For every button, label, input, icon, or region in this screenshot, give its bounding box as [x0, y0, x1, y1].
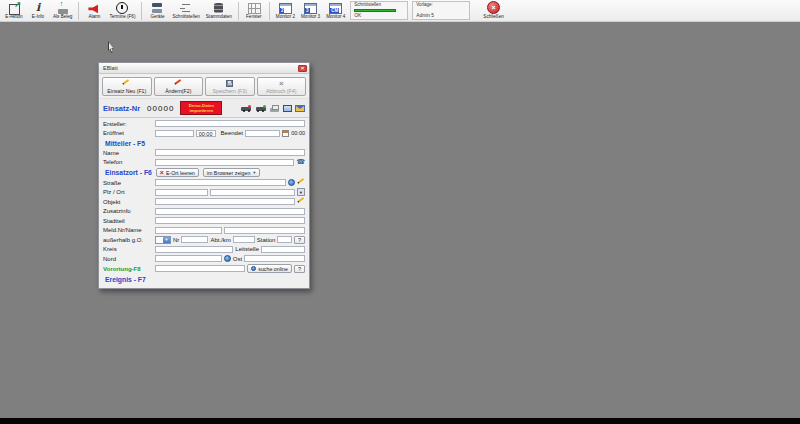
dialog-titlebar[interactable]: EBlatt ×	[99, 63, 309, 74]
edit-pencil-icon[interactable]	[297, 198, 305, 206]
vorlage-panel-value: Admin 5	[416, 13, 466, 18]
pencil-yellow-icon	[123, 80, 131, 87]
eort-leeren-button[interactable]: × E-Ort leeren	[156, 168, 199, 177]
nord-input[interactable]	[155, 255, 222, 262]
meldname-input[interactable]	[224, 227, 305, 234]
dialog-title: EBlatt	[103, 65, 298, 71]
name-input[interactable]	[155, 149, 305, 156]
einsatz-icon-group	[241, 104, 305, 112]
toolbar-button-alarm[interactable]: Alarm	[82, 0, 106, 21]
printer-icon[interactable]	[270, 105, 279, 112]
toolbar-button-als-beleg[interactable]: ↑ Als Beleg	[50, 0, 75, 21]
einsatzort-section: Einsatzort - F6 × E-Ort leeren im Browse…	[101, 167, 307, 178]
nr-input[interactable]	[181, 236, 208, 243]
toolbar-button-termine[interactable]: Termine (F6)	[106, 0, 138, 21]
strasse-label: Straße	[103, 180, 153, 186]
ersteller-label: Ersteller:	[103, 121, 153, 127]
monitor-4-icon: CM	[329, 3, 342, 14]
kreis-label: Kreis	[103, 246, 153, 252]
toolbar-button-fenster[interactable]: Fenster	[242, 0, 266, 21]
browser-zeigen-button[interactable]: im Browser zeigen ▼	[203, 168, 260, 177]
vorortung-row: Vorortung-F8 suche online ?	[101, 264, 307, 274]
toolbar-button-monitor-2[interactable]: 2 Monitor 2	[273, 0, 298, 21]
button-label: Ändern(F2)	[165, 88, 191, 94]
toolbar-button-monitor-4[interactable]: CM Monitor 4	[323, 0, 348, 21]
suche-online-button[interactable]: suche online	[247, 264, 292, 273]
plz-input[interactable]	[155, 189, 208, 196]
name-label: Name	[103, 150, 153, 156]
toolbar-button-monitor-3[interactable]: 3 Monitor 3	[298, 0, 323, 21]
meldnr-input[interactable]	[155, 227, 222, 234]
vorortung-input[interactable]	[155, 265, 245, 272]
mitteiler-section: Mitteiler - F5	[101, 138, 307, 148]
schliessen-button[interactable]: × Schließen	[480, 0, 506, 21]
bottom-black-bar	[0, 418, 800, 424]
vorlage-panel: Vorlage: Admin 5	[412, 1, 470, 20]
calendar-icon[interactable]	[282, 130, 289, 137]
toolbar-button-e-aktion[interactable]: ↗ E-Aktion	[2, 0, 26, 21]
globe-icon[interactable]	[224, 255, 231, 262]
vorlage-panel-title: Vorlage:	[416, 3, 466, 8]
button-label: suche online	[258, 266, 288, 272]
dialog-close-button[interactable]: ×	[298, 65, 307, 72]
kreis-input[interactable]	[155, 246, 233, 253]
telefon-label: Telefon	[103, 159, 153, 165]
toolbar-label: Schließen	[483, 15, 503, 20]
vehicle-alarm-green-icon[interactable]	[256, 104, 267, 112]
einsatz-nr-row: Einsatz-Nr 00000 Demo-Daten importieren	[99, 98, 309, 118]
ausserhalb-combo[interactable]: ▼	[155, 236, 171, 244]
toolbar-label: Stammdaten	[206, 15, 232, 20]
monitor-view-icon[interactable]	[283, 105, 292, 112]
stadtteil-input[interactable]	[155, 217, 305, 224]
help-button[interactable]: ?	[294, 265, 305, 273]
mouse-cursor	[108, 41, 116, 53]
phone-icon[interactable]: ☎	[296, 158, 305, 166]
toolbar-button-schnittstellen[interactable]: Schnittstellen	[169, 0, 202, 21]
toolbar-separator	[238, 2, 239, 20]
button-label: Speichern (F3)	[213, 88, 247, 94]
aendern-button[interactable]: Ändern(F2)	[154, 77, 204, 96]
button-label: im Browser zeigen	[207, 170, 251, 176]
station-input[interactable]	[277, 236, 292, 243]
strasse-input[interactable]	[155, 179, 286, 186]
beendet-input[interactable]	[245, 130, 280, 137]
toolbar-button-geraete[interactable]: Geräte	[145, 0, 169, 21]
telefon-input[interactable]	[155, 159, 294, 166]
chevron-down-icon: ▼	[252, 171, 256, 175]
leitstelle-input[interactable]	[261, 246, 305, 253]
ersteller-input[interactable]	[155, 120, 305, 127]
eroeffnet-time-field[interactable]: 00:00	[196, 130, 216, 137]
help-button[interactable]: ?	[294, 236, 305, 244]
einsatz-neu-button[interactable]: Einsatz Neu (F1)	[102, 77, 152, 96]
toolbar-label: Monitor 3	[301, 15, 320, 20]
globe-icon[interactable]	[288, 179, 295, 186]
dialog-toolbar: Einsatz Neu (F1) Ändern(F2) Speichern (F…	[99, 74, 309, 98]
speichern-button: Speichern (F3)	[205, 77, 255, 96]
name-row: Name	[101, 148, 307, 158]
objekt-row: Objekt	[101, 197, 307, 207]
mail-icon[interactable]	[295, 105, 305, 112]
demo-daten-button[interactable]: Demo-Daten importieren	[180, 101, 222, 116]
main-toolbar: ↗ E-Aktion i E-Info ↑ Als Beleg Alarm Te…	[0, 0, 800, 22]
vehicle-alarm-red-icon[interactable]	[241, 104, 252, 112]
kreis-row: Kreis Leitstelle	[101, 245, 307, 255]
eroeffnet-row: Eröffnet 00:00 Beendet 00:00	[101, 129, 307, 139]
ost-input[interactable]	[244, 255, 305, 262]
status-progress-bar	[354, 9, 396, 12]
alarm-horn-icon	[87, 2, 101, 14]
red-x-icon: ×	[160, 169, 164, 176]
database-icon	[212, 2, 226, 14]
eroeffnet-input[interactable]	[155, 130, 194, 137]
button-label: Abbruch (F4)	[266, 88, 296, 94]
abt-km-label: Abt./km	[210, 237, 230, 243]
objekt-input[interactable]	[155, 198, 295, 205]
globe-icon	[251, 266, 257, 272]
abt-km-input[interactable]	[233, 236, 255, 243]
toolbar-button-stammdaten[interactable]: Stammdaten	[203, 0, 235, 21]
status-panel-value: OK	[354, 13, 404, 18]
zusatzinfo-input[interactable]	[155, 208, 305, 215]
edit-pencil-icon[interactable]	[297, 179, 305, 187]
ort-dropdown-button[interactable]: ▼	[297, 188, 305, 196]
ort-input[interactable]	[210, 189, 295, 196]
toolbar-button-e-info[interactable]: i E-Info	[26, 0, 50, 21]
